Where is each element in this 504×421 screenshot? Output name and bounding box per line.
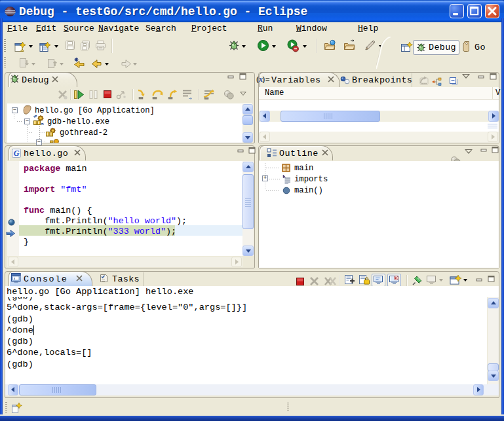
svg-text:G: G bbox=[14, 149, 20, 158]
svg-text:): ) bbox=[263, 75, 265, 83]
svg-text:=: = bbox=[265, 75, 269, 83]
